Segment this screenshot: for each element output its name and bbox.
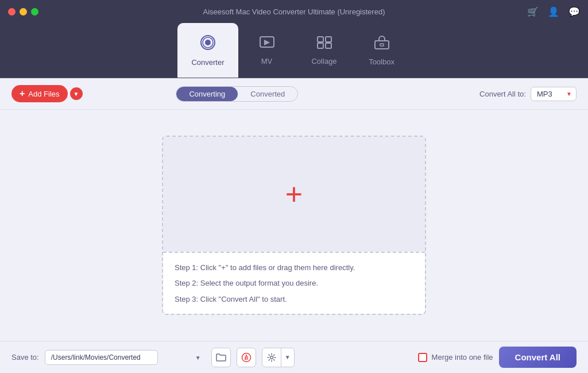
tab-collage[interactable]: Collage xyxy=(296,23,353,78)
step2-text: Step 2: Select the output format you des… xyxy=(175,278,413,289)
title-bar: Aiseesoft Mac Video Converter Ultimate (… xyxy=(0,0,588,23)
svg-rect-5 xyxy=(326,37,331,42)
drop-plus-icon: + xyxy=(285,179,303,209)
folder-open-button[interactable] xyxy=(211,348,231,367)
burn-button[interactable] xyxy=(237,348,256,367)
minimize-button[interactable] xyxy=(20,8,27,16)
window-title: Aiseesoft Mac Video Converter Ultimate (… xyxy=(203,7,385,16)
converter-label: Converter xyxy=(191,58,224,67)
save-to-label: Save to: xyxy=(11,353,39,362)
converting-tab[interactable]: Converting xyxy=(176,87,238,101)
drop-area[interactable]: + Step 1: Click "+" to add files or drag… xyxy=(162,136,426,316)
instructions: Step 1: Click "+" to add files or drag t… xyxy=(163,252,425,314)
main-content: + Add Files ▼ Converting Converted Conve… xyxy=(0,78,588,373)
drop-zone[interactable]: + xyxy=(163,137,425,252)
converter-icon xyxy=(200,34,216,55)
convert-all-button[interactable]: Convert All xyxy=(499,347,577,368)
step3-text: Step 3: Click "Convert All" to start. xyxy=(175,294,413,305)
settings-button[interactable]: ▼ xyxy=(262,348,295,367)
collage-label: Collage xyxy=(311,57,336,66)
toolbox-label: Toolbox xyxy=(369,57,394,66)
tab-toolbox[interactable]: Toolbox xyxy=(353,23,411,78)
svg-rect-6 xyxy=(318,43,323,48)
step1-text: Step 1: Click "+" to add files or drag t… xyxy=(175,262,413,274)
save-path-wrapper: /Users/link/Movies/Converted xyxy=(45,350,206,365)
format-select-wrapper: MP3 MP4 AVI MOV MKV AAC FLAC xyxy=(531,87,577,101)
traffic-lights xyxy=(8,8,38,16)
bottom-bar: Save to: /Users/link/Movies/Converted xyxy=(0,341,588,373)
svg-rect-8 xyxy=(375,41,389,49)
add-files-label: Add Files xyxy=(28,90,59,98)
tab-mv[interactable]: MV xyxy=(238,23,296,78)
settings-icon xyxy=(262,348,281,367)
format-select[interactable]: MP3 MP4 AVI MOV MKV AAC FLAC xyxy=(531,87,577,101)
svg-rect-4 xyxy=(318,37,323,42)
save-path-select[interactable]: /Users/link/Movies/Converted xyxy=(45,350,158,365)
svg-point-11 xyxy=(270,356,273,359)
close-button[interactable] xyxy=(8,8,16,16)
user-icon[interactable]: 👤 xyxy=(548,6,559,17)
drop-area-container: + Step 1: Click "+" to add files or drag… xyxy=(0,110,588,341)
nav-bar: Converter MV Collage xyxy=(0,23,588,78)
toolbox-icon xyxy=(374,35,390,54)
svg-point-1 xyxy=(205,40,211,45)
convert-all-to-label: Convert All to: xyxy=(479,90,526,98)
merge-label-text: Merge into one file xyxy=(432,353,493,362)
merge-checkbox[interactable] xyxy=(418,353,427,362)
settings-dropdown-arrow: ▼ xyxy=(281,348,294,367)
title-actions: 🛒 👤 💬 xyxy=(527,6,580,17)
chat-icon[interactable]: 💬 xyxy=(568,6,580,17)
toolbar: + Add Files ▼ Converting Converted Conve… xyxy=(0,78,588,110)
mv-icon xyxy=(259,36,275,53)
svg-rect-9 xyxy=(380,44,384,46)
svg-rect-7 xyxy=(326,43,331,48)
add-files-button[interactable]: + Add Files xyxy=(11,85,68,102)
mv-label: MV xyxy=(261,57,273,66)
add-files-dropdown-button[interactable]: ▼ xyxy=(70,87,83,100)
maximize-button[interactable] xyxy=(31,8,38,16)
converted-tab[interactable]: Converted xyxy=(238,87,297,101)
converting-converted-tabs: Converting Converted xyxy=(176,86,298,102)
collage-icon xyxy=(316,36,332,53)
cart-icon[interactable]: 🛒 xyxy=(527,6,539,17)
plus-icon: + xyxy=(20,89,25,99)
tab-converter[interactable]: Converter xyxy=(177,23,238,78)
merge-checkbox-label[interactable]: Merge into one file xyxy=(418,353,493,362)
convert-all-to-section: Convert All to: MP3 MP4 AVI MOV MKV AAC … xyxy=(479,87,577,101)
